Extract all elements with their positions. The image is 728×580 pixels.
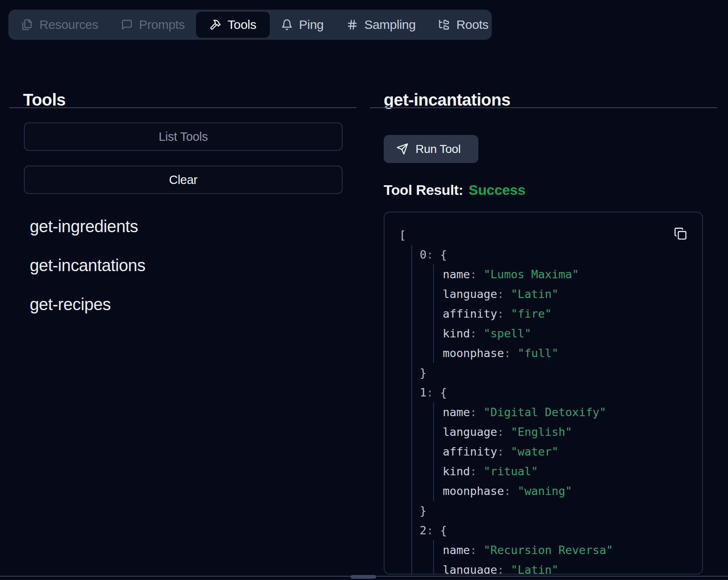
json-line: moonphase: "full" — [443, 343, 702, 363]
tab-label: Resources — [39, 18, 98, 32]
tool-list-item-get-ingredients[interactable]: get-ingredients — [24, 207, 343, 246]
tool-list-item-get-recipes[interactable]: get-recipes — [24, 285, 343, 324]
json-colon: : — [497, 287, 511, 300]
json-line: 1: { — [420, 383, 702, 402]
json-line: [ — [399, 225, 702, 245]
json-key: affinity — [443, 445, 497, 458]
json-key: name — [443, 544, 470, 557]
json-colon: : — [504, 347, 518, 360]
json-line: name: "Lumos Maxima" — [443, 264, 702, 284]
clear-button[interactable]: Clear — [24, 166, 343, 194]
tab-ping[interactable]: Ping — [270, 12, 335, 38]
json-value: "Recursion Reversa" — [484, 544, 613, 557]
json-colon: : — [470, 327, 484, 340]
json-line: language: "Latin" — [443, 560, 702, 575]
json-key: moonphase — [443, 484, 504, 497]
json-open-brace: { — [440, 524, 447, 537]
copy-result-button[interactable] — [673, 227, 688, 242]
left-panel-title: Tools — [23, 91, 66, 109]
top-nav-bar: Resources Prompts Tools Ping Sampling Ro… — [8, 10, 492, 40]
json-colon: : — [497, 307, 511, 320]
json-colon: : — [497, 563, 511, 575]
json-colon: : — [470, 544, 484, 557]
json-key: language — [443, 425, 497, 438]
json-colon: : — [470, 465, 484, 478]
tab-roots[interactable]: Roots — [427, 12, 500, 38]
tab-label: Sampling — [364, 18, 416, 32]
send-icon — [396, 143, 408, 155]
json-colon: : — [426, 524, 440, 537]
json-line: moonphase: "waning" — [443, 481, 702, 501]
json-value: "Latin" — [511, 563, 559, 575]
json-line: name: "Digital Detoxify" — [443, 402, 702, 422]
json-line: name: "Recursion Reversa" — [443, 540, 702, 560]
json-key: language — [443, 563, 497, 575]
json-value: "full" — [518, 347, 559, 360]
json-key: kind — [443, 327, 470, 340]
hammer-icon — [209, 19, 221, 31]
tab-label: Roots — [456, 18, 488, 32]
tab-sampling[interactable]: Sampling — [335, 12, 427, 38]
folder-tree-icon — [438, 19, 450, 31]
tools-list: get-ingredients get-incantations get-rec… — [24, 207, 343, 324]
json-line: } — [420, 363, 702, 383]
tool-result-status: Success — [469, 182, 526, 198]
message-square-icon — [121, 19, 133, 31]
json-key: language — [443, 287, 497, 300]
tool-list-item-get-incantations[interactable]: get-incantations — [24, 246, 343, 285]
json-open-bracket: [ — [399, 228, 406, 241]
tab-prompts[interactable]: Prompts — [110, 12, 196, 38]
json-value: "Lumos Maxima" — [484, 268, 579, 281]
json-colon: : — [426, 386, 440, 399]
left-panel-divider — [9, 107, 356, 108]
json-object-level: name: "Digital Detoxify"language: "Engli… — [433, 402, 702, 501]
json-value: "spell" — [484, 327, 532, 340]
json-close-brace: } — [420, 366, 426, 379]
bell-icon — [281, 19, 293, 31]
json-colon: : — [470, 406, 484, 419]
json-index: 2 — [420, 524, 426, 537]
json-close-brace: } — [420, 504, 426, 517]
json-key: moonphase — [443, 347, 504, 360]
json-value: "English" — [511, 425, 572, 438]
tab-resources[interactable]: Resources — [10, 12, 110, 38]
copy-icon — [674, 227, 687, 240]
tool-result-label: Tool Result: — [384, 182, 463, 198]
horizontal-scrollbar-thumb[interactable] — [351, 575, 376, 579]
json-tree-viewer: [0: {name: "Lumos Maxima"language: "Lati… — [385, 212, 702, 575]
json-line: language: "Latin" — [443, 284, 702, 304]
json-line: language: "English" — [443, 422, 702, 442]
json-colon: : — [470, 268, 484, 281]
json-value: "ritual" — [484, 465, 538, 478]
json-line: 0: { — [420, 245, 702, 264]
list-tools-button[interactable]: List Tools — [24, 122, 343, 151]
files-icon — [21, 19, 33, 31]
json-line: kind: "spell" — [443, 324, 702, 343]
run-tool-button[interactable]: Run Tool — [384, 135, 478, 163]
json-colon: : — [497, 425, 511, 438]
run-tool-label: Run Tool — [416, 142, 461, 156]
tab-label: Ping — [299, 18, 324, 32]
json-line: kind: "ritual" — [443, 461, 702, 481]
json-colon: : — [426, 248, 440, 261]
json-colon: : — [497, 445, 511, 458]
json-key: affinity — [443, 307, 497, 320]
tab-label: Prompts — [139, 18, 185, 32]
json-open-brace: { — [440, 248, 447, 261]
json-index: 1 — [420, 386, 426, 399]
selected-tool-title: get-incantations — [384, 91, 511, 109]
json-value: "Latin" — [511, 287, 559, 300]
json-open-brace: { — [440, 386, 447, 399]
json-index: 0 — [420, 248, 426, 261]
tab-label: Tools — [227, 18, 256, 32]
json-array-level: 0: {name: "Lumos Maxima"language: "Latin… — [411, 245, 702, 575]
tool-result-line: Tool Result: Success — [384, 182, 525, 198]
json-value: "water" — [511, 445, 559, 458]
right-panel-divider — [370, 107, 717, 108]
tab-tools[interactable]: Tools — [196, 12, 270, 38]
json-key: name — [443, 406, 470, 419]
json-key: kind — [443, 465, 470, 478]
json-line: affinity: "water" — [443, 442, 702, 461]
json-value: "waning" — [518, 484, 572, 497]
json-value: "fire" — [511, 307, 552, 320]
